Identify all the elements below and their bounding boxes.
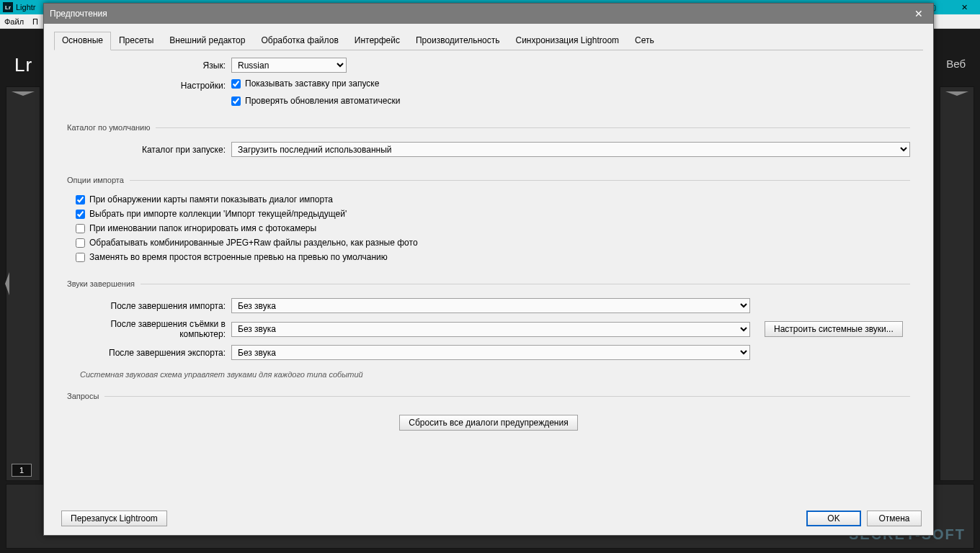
preferences-tabs: Основные Пресеты Внешний редактор Обрабо… [54,31,923,50]
group-default-catalog-legend: Каталог по умолчанию [67,123,156,132]
checkbox-auto-updates-label: Проверять обновления автоматически [245,96,400,106]
checkbox-import-jpeg-raw[interactable]: Обрабатывать комбинированные JPEG+Raw фа… [76,238,910,248]
dialog-footer: Перезапуск Lightroom OK Отмена [55,511,922,526]
after-tether-select[interactable]: Без звука [231,322,750,337]
tab-interface[interactable]: Интерфейс [347,32,408,50]
settings-label: Настройки: [67,81,231,91]
checkbox-import-detect-input[interactable] [76,195,85,204]
right-panel [940,86,974,481]
after-export-select[interactable]: Без звука [231,345,750,360]
checkbox-show-splash[interactable]: Показывать заставку при запуске [231,78,379,89]
language-select[interactable]: Russian [231,58,347,73]
app-logo: Lr [14,54,32,76]
checkbox-import-collection-input[interactable] [76,210,85,219]
preferences-dialog: Предпочтения ✕ Основные Пресеты Внешний … [43,3,934,536]
catalog-on-start-label: Каталог при запуске: [67,145,231,155]
after-tether-label: После завершения съёмки в компьютер: [67,319,231,339]
language-label: Язык: [67,60,231,71]
checkbox-auto-updates[interactable]: Проверять обновления автоматически [231,96,400,106]
checkbox-import-collection[interactable]: Выбрать при импорте коллекции 'Импорт те… [76,209,910,219]
tab-presets[interactable]: Пресеты [111,32,161,50]
panel-collapse-icon[interactable] [945,91,968,96]
group-completion-sounds: Звуки завершения После завершения импорт… [67,279,910,379]
group-import-options: Опции импорта При обнаружении карты памя… [67,176,910,266]
checkbox-import-detect[interactable]: При обнаружении карты памяти показывать … [76,194,910,204]
app-icon: Lr [3,2,13,12]
tab-sync[interactable]: Синхронизация Lightroom [507,32,627,50]
restart-lightroom-button[interactable]: Перезапуск Lightroom [61,511,167,526]
menu-p[interactable]: П [32,17,38,26]
tab-general[interactable]: Основные [54,32,111,50]
checkbox-import-jpeg-raw-label: Обрабатывать комбинированные JPEG+Raw фа… [89,238,418,248]
after-export-label: После завершения экспорта: [67,348,231,358]
panel-collapse-icon[interactable] [12,91,35,96]
app-title: Lightr [16,3,36,12]
dialog-titlebar: Предпочтения ✕ [44,4,933,24]
menu-file[interactable]: Файл [4,17,24,26]
dialog-title: Предпочтения [50,9,107,19]
cancel-button[interactable]: Отмена [867,511,922,526]
ok-button[interactable]: OK [806,511,861,526]
tab-network[interactable]: Сеть [627,32,662,50]
panel-collapse-icon[interactable] [5,272,9,295]
sounds-hint: Системная звуковая схема управляет звука… [67,366,910,379]
checkbox-show-splash-label: Показывать заставку при запуске [245,78,379,89]
after-import-select[interactable]: Без звука [231,298,750,313]
reset-warnings-button[interactable]: Сбросить все диалоги предупреждения [399,415,577,431]
checkbox-import-replace-preview-label: Заменять во время простоя встроенные пре… [89,252,388,262]
checkbox-import-replace-preview-input[interactable] [76,253,85,262]
tab-external-editor[interactable]: Внешний редактор [161,32,253,50]
group-sounds-legend: Звуки завершения [67,279,141,288]
tab-performance[interactable]: Производительность [408,32,507,50]
tab-file-handling[interactable]: Обработка файлов [253,32,346,50]
checkbox-import-ignore-camera[interactable]: При именовании папок игнорировать имя с … [76,223,910,233]
checkbox-import-ignore-camera-label: При именовании папок игнорировать имя с … [89,223,316,233]
checkbox-import-replace-preview[interactable]: Заменять во время простоя встроенные пре… [76,252,910,262]
checkbox-import-collection-label: Выбрать при импорте коллекции 'Импорт те… [89,209,347,219]
checkbox-import-detect-label: При обнаружении карты памяти показывать … [89,194,333,204]
group-default-catalog: Каталог по умолчанию Каталог при запуске… [67,123,910,163]
dialog-close-button[interactable]: ✕ [910,8,927,19]
checkbox-show-splash-input[interactable] [231,79,241,89]
window-close-button[interactable]: ✕ [948,0,980,14]
left-panel [6,86,40,481]
module-nav-web[interactable]: Веб [946,58,966,70]
system-sounds-button[interactable]: Настроить системные звуки... [765,321,903,337]
checkbox-auto-updates-input[interactable] [231,96,241,106]
group-prompts-legend: Запросы [67,392,104,400]
catalog-on-start-select[interactable]: Загрузить последний использованный [231,142,910,157]
checkbox-import-ignore-camera-input[interactable] [76,224,85,233]
after-import-label: После завершения импорта: [67,301,231,311]
group-prompts: Запросы Сбросить все диалоги предупрежде… [67,392,910,438]
page-indicator: 1 [12,464,32,477]
group-import-legend: Опции импорта [67,176,130,184]
checkbox-import-jpeg-raw-input[interactable] [76,238,85,248]
